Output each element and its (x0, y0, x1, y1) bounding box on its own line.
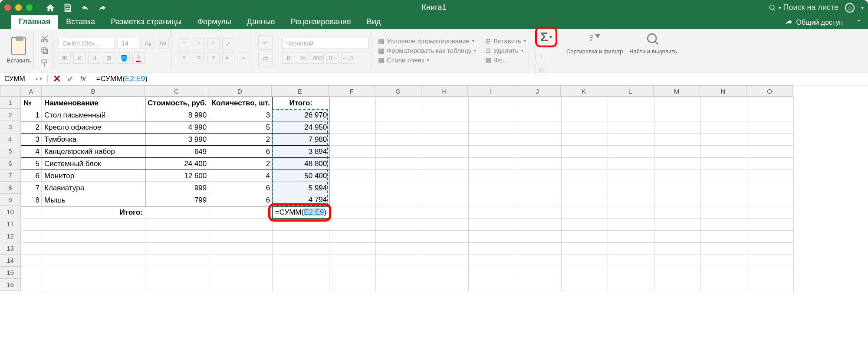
cell[interactable] (701, 279, 747, 291)
decrease-decimal-button[interactable]: ←.0 (341, 52, 353, 64)
cell[interactable] (654, 97, 701, 109)
cell[interactable] (515, 109, 562, 121)
cell[interactable] (747, 170, 794, 182)
align-center-button[interactable]: ≡ (193, 52, 205, 63)
cell[interactable] (701, 206, 747, 219)
feedback-icon[interactable]: ☺ (845, 3, 855, 13)
cell[interactable] (654, 267, 701, 279)
fx-icon[interactable]: fx (80, 75, 85, 83)
cell[interactable] (209, 255, 273, 267)
cell[interactable] (562, 231, 608, 243)
cell[interactable] (608, 255, 654, 267)
cell[interactable] (562, 182, 608, 194)
increase-font-icon[interactable]: A▴ (142, 38, 154, 49)
cell[interactable]: 48 800 (273, 158, 329, 170)
cell[interactable] (469, 97, 515, 109)
cell[interactable]: № (21, 97, 42, 109)
row-header[interactable]: 7 (0, 170, 21, 182)
cell[interactable]: Итого: (42, 206, 145, 219)
column-header[interactable]: L (607, 85, 654, 97)
cell[interactable] (145, 219, 209, 231)
cell[interactable] (422, 255, 469, 267)
cell[interactable] (329, 146, 376, 158)
cell[interactable] (608, 170, 654, 182)
cell[interactable]: 4 794 (273, 194, 329, 206)
font-name-select[interactable]: Calibri (Осн… (59, 38, 115, 49)
cell[interactable]: 5 (21, 158, 42, 170)
conditional-formatting-button[interactable]: ▦Условное форматирование▾ (378, 37, 476, 45)
cell[interactable] (329, 158, 376, 170)
column-header[interactable]: H (421, 85, 468, 97)
cell[interactable] (422, 109, 469, 121)
cell[interactable] (747, 121, 794, 134)
cell[interactable] (562, 146, 608, 158)
cell[interactable] (654, 255, 701, 267)
cell[interactable] (515, 206, 562, 219)
column-header[interactable]: B (42, 85, 145, 97)
cell[interactable] (562, 255, 608, 267)
cell[interactable] (515, 255, 562, 267)
cell[interactable] (562, 134, 608, 146)
cell[interactable] (701, 243, 747, 255)
format-cells-button[interactable]: ▦Фо… (485, 56, 526, 64)
cell[interactable] (145, 231, 209, 243)
cell[interactable] (747, 134, 794, 146)
cell[interactable] (608, 121, 654, 134)
cell[interactable] (562, 97, 608, 109)
save-icon[interactable] (63, 3, 72, 13)
close-window-button[interactable] (4, 4, 11, 11)
cell[interactable]: 5 994 (273, 182, 329, 194)
cell[interactable] (469, 279, 515, 291)
cell[interactable] (329, 231, 376, 243)
cell[interactable] (21, 243, 42, 255)
cell[interactable] (329, 279, 376, 291)
cell[interactable] (515, 158, 562, 170)
column-header[interactable]: N (700, 85, 746, 97)
cell[interactable]: 6 (21, 170, 42, 182)
cell[interactable] (21, 206, 42, 219)
cell[interactable] (747, 279, 794, 291)
cell[interactable]: 6 (209, 194, 273, 206)
cell[interactable] (329, 206, 376, 219)
cell[interactable]: 3 990 (145, 134, 209, 146)
cell[interactable]: 649 (145, 146, 209, 158)
cell[interactable] (654, 134, 701, 146)
cell[interactable] (701, 170, 747, 182)
cell[interactable] (422, 231, 469, 243)
cell[interactable] (422, 182, 469, 194)
cell[interactable] (747, 109, 794, 121)
cell[interactable] (747, 243, 794, 255)
row-header[interactable]: 14 (0, 255, 21, 267)
cell[interactable] (469, 146, 515, 158)
row-header[interactable]: 13 (0, 242, 21, 255)
italic-button[interactable]: К (73, 52, 85, 64)
cell[interactable] (209, 243, 273, 255)
cell[interactable] (209, 231, 273, 243)
cell[interactable]: =СУММ(E2:E9) (273, 206, 329, 219)
cell[interactable] (608, 158, 654, 170)
row-header[interactable]: 16 (0, 279, 21, 291)
cell[interactable] (747, 146, 794, 158)
home-icon[interactable] (46, 3, 55, 13)
align-right-button[interactable]: ≡ (207, 52, 220, 63)
cell[interactable] (329, 267, 376, 279)
cell[interactable] (42, 219, 145, 231)
cell[interactable] (654, 170, 701, 182)
cell[interactable] (515, 170, 562, 182)
cell[interactable] (654, 121, 701, 134)
cell[interactable] (376, 158, 422, 170)
cell[interactable] (469, 134, 515, 146)
clear-button[interactable]: ◇ (535, 64, 548, 75)
cell[interactable]: 6 (209, 182, 273, 194)
row-header[interactable]: 10 (0, 206, 21, 218)
cell[interactable] (21, 267, 42, 279)
cell[interactable]: 8 990 (145, 109, 209, 121)
cell[interactable] (376, 170, 422, 182)
cell[interactable] (654, 219, 701, 231)
comma-button[interactable]: 000 (312, 52, 324, 64)
cell[interactable] (329, 219, 376, 231)
cell[interactable] (376, 146, 422, 158)
decrease-font-icon[interactable]: A▾ (157, 38, 169, 49)
cell[interactable] (376, 243, 422, 255)
cell[interactable] (469, 267, 515, 279)
